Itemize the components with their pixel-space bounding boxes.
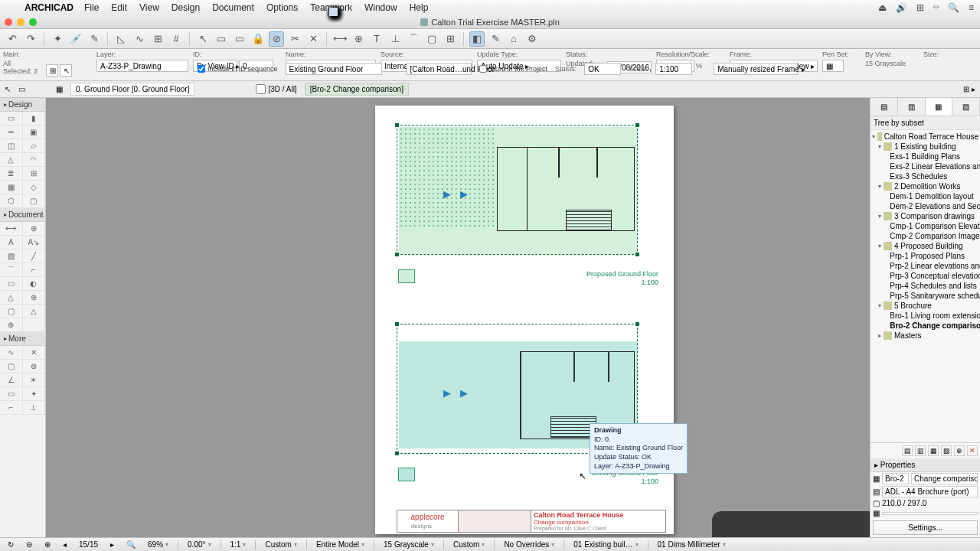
overrides-drop[interactable]: No Overrides	[501, 540, 557, 549]
wall-tool[interactable]: ▭	[0, 112, 23, 126]
custom-drop[interactable]: Custom	[262, 540, 299, 549]
drawing-tool[interactable]: ▭	[0, 277, 23, 291]
home-button[interactable]: ⌂	[506, 31, 521, 47]
lock-button[interactable]: 🔒	[250, 31, 266, 47]
edit-button[interactable]: ✎	[87, 31, 102, 47]
morph-tool[interactable]: ◇	[23, 181, 46, 194]
status-icon[interactable]: ⏏	[878, 2, 887, 13]
dim1-drop[interactable]: 01 Existing buil…	[570, 540, 641, 549]
store-checkbox[interactable]: Store in the Project	[479, 65, 548, 73]
grid-button[interactable]: #	[168, 31, 184, 47]
icon-button[interactable]: ⊞	[46, 64, 58, 77]
shape1-button[interactable]: ◺	[113, 31, 129, 47]
label-tool[interactable]: A↘	[23, 236, 46, 249]
nav-tab-view[interactable]: ▥	[898, 98, 926, 116]
tree-item[interactable]: Bro-2 Change comparison	[871, 321, 980, 331]
align-button[interactable]: ⊥	[387, 31, 403, 47]
door-tool[interactable]: ◫	[0, 139, 23, 153]
prop-master[interactable]: ADL - A4 Brochure (port)	[882, 486, 978, 497]
end-tool[interactable]: ⊥	[23, 401, 46, 415]
zoom-level[interactable]: 69%	[145, 540, 172, 549]
refresh-icon[interactable]: ↻	[5, 540, 17, 549]
prop-id[interactable]: Bro-2	[882, 473, 909, 484]
minimize-button[interactable]	[17, 18, 24, 26]
palette-design-header[interactable]: Design	[0, 98, 45, 112]
menu-icon[interactable]: ≡	[969, 2, 974, 13]
menu-help[interactable]: Help	[410, 2, 429, 13]
source-detail-field[interactable]: [Calton Road…und Floor	[407, 63, 472, 75]
box-button[interactable]: ▢	[424, 31, 439, 47]
suspend-button[interactable]: ⊘	[269, 31, 284, 47]
palette-document-header[interactable]: Document	[0, 208, 45, 222]
dim-tool[interactable]: ⟷	[0, 222, 23, 236]
hotspot-tool[interactable]: ✕	[23, 346, 46, 360]
highlight-button[interactable]: ✎	[488, 31, 503, 47]
proposed-drawing-frame[interactable]: ▶ ▶	[397, 125, 638, 255]
include-id-checkbox[interactable]: Include in ID sequence	[198, 65, 278, 73]
shape2-button[interactable]: ∿	[132, 31, 147, 47]
figure-tool[interactable]: ▢	[0, 360, 23, 373]
scale-ratio-field[interactable]: 1:100	[655, 63, 692, 75]
tree-item[interactable]: Prp-4 Schedules and lists	[871, 281, 980, 291]
breadcrumb[interactable]: 0. Ground Floor [0. Ground Floor]	[70, 83, 194, 96]
tree-item[interactable]: Exs-1 Building Plans	[871, 152, 980, 161]
fill-tool[interactable]: ▨	[0, 249, 23, 263]
tree-item[interactable]: ▸Masters	[871, 331, 980, 341]
lamp-tool[interactable]: ☀	[23, 373, 46, 387]
ratio[interactable]: 1:1	[227, 540, 250, 549]
navigator-tree[interactable]: ▾Calton Road Terrace House ▾1 Existing b…	[871, 130, 980, 442]
prop-name[interactable]: Change comparison	[911, 473, 978, 484]
change-tool[interactable]: △	[23, 305, 46, 318]
redo-button[interactable]: ↷	[23, 31, 38, 47]
object-tool[interactable]: ⬡	[0, 194, 23, 208]
name-value-field[interactable]: Existing Ground Floor	[286, 63, 382, 75]
tree-item[interactable]: ▾5 Brochure	[871, 301, 980, 311]
measure1-button[interactable]: ⟷	[332, 31, 348, 47]
resized-frame-field[interactable]: Manually resized Frame ▸	[714, 63, 798, 75]
override-custom-drop[interactable]: Custom	[450, 540, 488, 549]
menu-view[interactable]: View	[139, 2, 159, 13]
prop-btn[interactable]: ▤	[902, 445, 913, 456]
wand-tool[interactable]: ✦	[23, 387, 46, 401]
crop-button[interactable]: ✂	[287, 31, 302, 47]
window-tool[interactable]: ▣	[23, 126, 46, 139]
active-tab[interactable]: [Bro-2 Change comparison]	[305, 83, 409, 96]
prop-btn[interactable]: ▥	[915, 445, 926, 456]
zoom-button[interactable]	[29, 18, 37, 26]
marquee-tool-icon[interactable]: ▭	[18, 85, 25, 93]
tree-item[interactable]: Dem-2 Elevations and Sect	[871, 201, 980, 211]
arc-tool[interactable]: ⌒	[0, 263, 23, 277]
mesh-tool[interactable]: ⊞	[23, 167, 46, 181]
tree-item[interactable]: ▾4 Proposed Building	[871, 241, 980, 251]
arrow-tool-icon[interactable]: ↖	[5, 85, 11, 93]
camera-tool[interactable]: ▭	[0, 387, 23, 401]
roof-tool[interactable]: △	[0, 153, 23, 167]
delete-button[interactable]: ✕	[305, 31, 321, 47]
prev-icon[interactable]: ◂	[60, 540, 70, 549]
menu-file[interactable]: File	[84, 2, 99, 13]
layer-field[interactable]: A-Z33-P_Drawing	[96, 60, 188, 72]
nav-tab-layout[interactable]: ▦	[926, 98, 953, 116]
slab-tool[interactable]: ▱	[23, 139, 46, 153]
rect-button[interactable]: ▭	[232, 31, 247, 47]
text-button[interactable]: T	[369, 31, 384, 47]
section-tool[interactable]: ◐	[23, 277, 46, 291]
gear-button[interactable]: ⚙	[524, 31, 540, 47]
nav-tab-publisher[interactable]: ▧	[952, 98, 980, 116]
grid-tool[interactable]: ⊕	[0, 318, 23, 332]
palette-more-header[interactable]: More	[0, 332, 45, 346]
zoom-out-icon[interactable]: ⊖	[23, 540, 35, 549]
dim2-drop[interactable]: 01 Dims Millimeter	[655, 540, 729, 549]
arrow-button[interactable]: ↖	[195, 31, 211, 47]
tree-item[interactable]: Prp-3 Conceptual elevation	[871, 271, 980, 281]
zone-tool[interactable]: ▢	[23, 194, 46, 208]
shape3-button[interactable]: ⊞	[150, 31, 165, 47]
zoom-icon[interactable]: 🔍	[123, 540, 139, 549]
tree-item[interactable]: ▾1 Existing building	[871, 142, 980, 152]
properties-header[interactable]: ▸ Properties	[871, 458, 980, 472]
tree-item[interactable]: Exs-2 Linear Elevations anc	[871, 161, 980, 171]
measure2-button[interactable]: ⊕	[351, 31, 366, 47]
text-tool[interactable]: A	[0, 236, 23, 249]
trace-button[interactable]: ◧	[469, 31, 485, 47]
search-icon[interactable]: 🔍	[948, 2, 959, 13]
